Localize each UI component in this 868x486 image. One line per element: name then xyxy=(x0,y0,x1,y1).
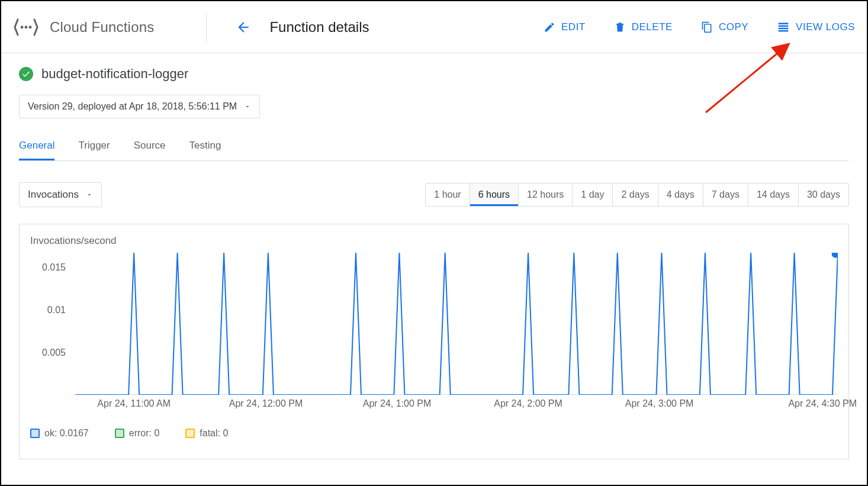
cloud-functions-icon xyxy=(13,15,39,39)
svg-point-7 xyxy=(832,253,838,258)
legend-label: fatal: 0 xyxy=(200,428,228,438)
version-select[interactable]: Version 29, deployed at Apr 18, 2018, 5:… xyxy=(19,95,260,118)
chart-ytick: 0.01 xyxy=(30,305,66,316)
svg-point-1 xyxy=(25,25,28,28)
edit-button[interactable]: EDIT xyxy=(544,21,586,33)
function-header: budget-notification-logger xyxy=(19,66,849,82)
range-btn[interactable]: 12 hours xyxy=(519,184,573,206)
chart-legend: ok: 0.0167error: 0fatal: 0 xyxy=(30,428,838,439)
range-btn[interactable]: 2 days xyxy=(613,184,658,206)
chart-title: Invocations/second xyxy=(30,235,838,247)
svg-rect-6 xyxy=(779,30,789,32)
legend-swatch xyxy=(115,429,124,438)
chart-xtick: Apr 24, 2:00 PM xyxy=(494,398,562,409)
chart-xtick: Apr 24, 12:00 PM xyxy=(229,398,303,409)
page-title: Function details xyxy=(269,19,369,36)
delete-label: DELETE xyxy=(632,21,673,33)
svg-rect-5 xyxy=(779,27,789,29)
copy-icon xyxy=(701,21,713,33)
edit-label: EDIT xyxy=(561,21,586,33)
chart-controls: Invocations 1 hour6 hours12 hours1 day2 … xyxy=(19,182,849,207)
chart-xtick: Apr 24, 3:00 PM xyxy=(625,398,694,409)
chart-xaxis: Apr 24, 11:00 AMApr 24, 12:00 PMApr 24, … xyxy=(75,398,838,414)
caret-down-icon xyxy=(244,103,251,110)
range-btn[interactable]: 6 hours xyxy=(470,184,519,206)
chart-xtick: Apr 24, 4:30 PM xyxy=(788,398,857,409)
range-btn[interactable]: 1 day xyxy=(573,184,613,206)
metric-select[interactable]: Invocations xyxy=(19,182,102,207)
range-btn[interactable]: 1 hour xyxy=(426,184,470,206)
toolbar: Cloud Functions Function details EDIT DE… xyxy=(1,1,867,53)
status-ok-icon xyxy=(19,67,33,81)
time-range-group: 1 hour6 hours12 hours1 day2 days4 days7 … xyxy=(425,183,849,207)
logs-icon xyxy=(777,21,790,33)
content: budget-notification-logger Version 29, d… xyxy=(1,53,867,459)
svg-point-0 xyxy=(21,25,24,28)
chart-xtick: Apr 24, 11:00 AM xyxy=(97,398,171,409)
legend-label: ok: 0.0167 xyxy=(44,428,89,438)
range-btn[interactable]: 7 days xyxy=(703,184,748,206)
pencil-icon xyxy=(544,21,555,33)
arrow-left-icon xyxy=(236,20,251,35)
toolbar-actions: EDIT DELETE COPY VIEW LOGS xyxy=(544,21,855,33)
range-btn[interactable]: 30 days xyxy=(799,184,848,206)
chart-svg xyxy=(75,253,838,395)
tab-trigger[interactable]: Trigger xyxy=(78,134,110,160)
product-title: Cloud Functions xyxy=(50,19,154,36)
divider xyxy=(206,13,207,41)
function-name: budget-notification-logger xyxy=(41,66,188,82)
legend-label: error: 0 xyxy=(129,428,160,438)
range-btn[interactable]: 4 days xyxy=(658,184,703,206)
tab-general[interactable]: General xyxy=(19,134,54,160)
svg-rect-3 xyxy=(779,22,789,24)
chart-ytick: 0.005 xyxy=(30,347,66,358)
chart-plot-area: 0.0050.010.015 xyxy=(75,253,838,395)
caret-down-icon xyxy=(86,191,93,198)
legend-item: error: 0 xyxy=(115,428,160,439)
tab-source[interactable]: Source xyxy=(134,134,166,160)
legend-swatch xyxy=(30,429,40,438)
tab-testing[interactable]: Testing xyxy=(189,134,221,160)
legend-swatch xyxy=(185,429,195,438)
range-btn[interactable]: 14 days xyxy=(748,184,799,206)
legend-item: ok: 0.0167 xyxy=(30,428,89,439)
copy-button[interactable]: COPY xyxy=(701,21,748,33)
tabs: GeneralTriggerSourceTesting xyxy=(19,134,849,161)
back-button[interactable] xyxy=(232,15,255,39)
legend-item: fatal: 0 xyxy=(185,428,228,439)
chart-ytick: 0.015 xyxy=(30,262,66,273)
version-label: Version 29, deployed at Apr 18, 2018, 5:… xyxy=(28,101,237,112)
chart-xtick: Apr 24, 1:00 PM xyxy=(363,398,432,409)
svg-point-2 xyxy=(29,25,32,28)
metric-label: Invocations xyxy=(28,189,79,201)
view-logs-label: VIEW LOGS xyxy=(796,21,855,33)
copy-label: COPY xyxy=(719,21,748,33)
svg-rect-4 xyxy=(779,25,789,27)
chart-box: Invocations/second 0.0050.010.015 Apr 24… xyxy=(19,224,849,459)
trash-icon xyxy=(614,21,626,33)
view-logs-button[interactable]: VIEW LOGS xyxy=(777,21,855,33)
delete-button[interactable]: DELETE xyxy=(614,21,673,33)
